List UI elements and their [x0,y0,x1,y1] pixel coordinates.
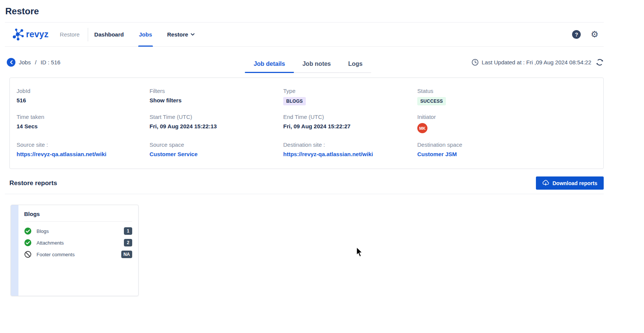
type-badge: BLOGS [283,97,306,105]
brand-name: revyz [26,29,49,40]
refresh-icon[interactable] [596,58,604,66]
nav-divider [88,28,88,41]
revyz-logo[interactable]: revyz [12,28,49,41]
breadcrumb-separator: / [35,59,37,65]
field-type-label: Type [283,88,417,94]
field-status: Status SUCCESS [417,88,603,105]
report-row-label: Blogs [37,228,124,234]
source-site-link[interactable]: https://revyz-qa.atlassian.net/wiki [17,151,150,157]
report-row-footer-comments: Footer comments NA [24,251,132,258]
field-jobid: JobId 516 [17,88,150,105]
count-badge: 1 [124,227,132,235]
field-start-time-label: Start Time (UTC) [150,114,283,120]
field-source-site-label: Source site : [17,141,150,148]
field-end-time-label: End Time (UTC) [283,114,417,120]
gear-icon[interactable]: ⚙ [591,30,598,39]
status-badge: SUCCESS [417,97,446,105]
field-type: Type BLOGS [283,88,417,105]
top-navbar: revyz Restore Dashboard Jobs Restore ? ⚙ [5,22,604,47]
download-reports-button[interactable]: Download reports [536,176,604,190]
page-container: Restore revyz Restore D [5,0,604,296]
field-destination-space: Destination space Customer JSM [417,141,603,157]
sub-header: Jobs / ID : 516 Job details Job notes Lo… [5,47,604,78]
report-card-title: Blogs [24,211,132,217]
field-start-time-value: Fri, 09 Aug 2024 15:22:13 [150,123,283,129]
initiator-avatar[interactable]: MK [417,123,427,133]
field-source-space: Source space Customer Service [150,141,283,157]
show-filters-toggle[interactable]: Show filters [150,97,283,103]
success-check-icon [24,239,32,246]
chevron-down-icon [191,33,195,36]
field-end-time-value: Fri, 09 Aug 2024 15:22:27 [283,123,417,129]
report-row-label: Footer comments [37,252,121,257]
field-filters-label: Filters [150,88,283,94]
download-reports-label: Download reports [552,180,597,186]
nav-item-restore-label: Restore [167,31,188,38]
revyz-logo-icon [12,28,24,41]
card-accent-strip [11,205,18,296]
job-details-card: JobId 516 Filters Show filters Type BLOG… [9,78,604,169]
field-end-time: End Time (UTC) Fri, 09 Aug 2024 15:22:27 [283,114,417,133]
report-row-blogs: Blogs 1 [24,227,132,235]
field-destination-site-label: Destination site : [283,141,417,148]
reports-section-title: Restore reports [9,179,57,187]
tab-job-details[interactable]: Job details [245,61,294,73]
field-status-label: Status [417,88,603,94]
card-body: Blogs Blogs 1 Attachments 2 [18,205,138,296]
app-name-label: Restore [60,31,80,38]
help-icon[interactable]: ? [572,30,581,39]
clock-icon [472,59,479,66]
nav-item-jobs[interactable]: Jobs [139,23,152,47]
success-check-icon [24,227,32,235]
reports-header: Restore reports Download reports [5,176,604,190]
last-updated: Last Updated at : Fri ,09 Aug 2024 08:54… [472,58,604,66]
field-source-site: Source site : https://revyz-qa.atlassian… [17,141,150,157]
field-destination-site: Destination site : https://revyz-qa.atla… [283,141,417,157]
count-badge: 2 [124,239,132,246]
tab-job-notes[interactable]: Job notes [294,61,340,73]
nav-right-icons: ? ⚙ [572,30,604,39]
field-initiator: Initiator MK [417,114,603,133]
field-jobid-label: JobId [17,88,150,94]
page-title: Restore [5,0,604,22]
nav-item-dashboard[interactable]: Dashboard [94,23,124,47]
tab-logs[interactable]: Logs [340,61,371,73]
field-jobid-value: 516 [17,97,150,103]
field-start-time: Start Time (UTC) Fri, 09 Aug 2024 15:22:… [150,114,283,133]
field-time-taken-value: 14 Secs [17,123,150,129]
count-badge: NA [121,251,132,258]
breadcrumb-jobs[interactable]: Jobs [19,59,31,65]
not-applicable-icon [24,251,32,258]
breadcrumb: Jobs / ID : 516 [7,58,60,67]
destination-site-link[interactable]: https://revyz-qa.atlassian.net/wiki [283,151,417,157]
field-initiator-label: Initiator [417,114,603,120]
field-source-space-label: Source space [150,141,283,148]
report-row-attachments: Attachments 2 [24,239,132,246]
field-destination-space-label: Destination space [417,141,603,148]
nav-item-restore[interactable]: Restore [167,23,195,47]
last-updated-text: Last Updated at : Fri ,09 Aug 2024 08:54… [482,59,591,65]
field-filters: Filters Show filters [150,88,283,105]
destination-space-link[interactable]: Customer JSM [417,151,603,157]
reports-divider [5,194,604,194]
back-button[interactable] [7,58,15,67]
job-tabs: Job details Job notes Logs [245,61,371,73]
source-space-link[interactable]: Customer Service [150,151,283,157]
download-cloud-icon [542,180,549,186]
field-time-taken-label: Time taken [17,114,150,120]
field-time-taken: Time taken 14 Secs [17,114,150,133]
breadcrumb-job-id: ID : 516 [41,59,61,65]
card-title-divider [24,221,132,222]
blogs-report-card: Blogs Blogs 1 Attachments 2 [11,205,139,296]
chevron-left-icon [10,60,13,64]
report-row-label: Attachments [37,240,124,246]
